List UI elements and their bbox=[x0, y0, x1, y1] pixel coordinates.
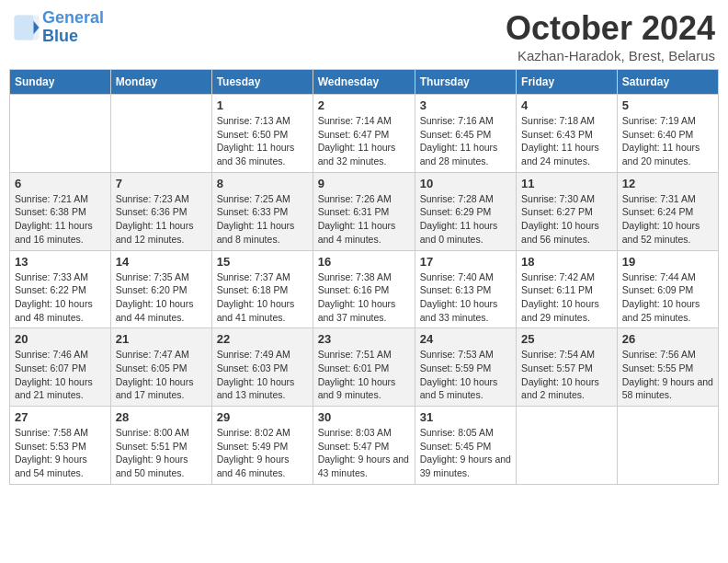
day-info: Sunrise: 7:37 AM Sunset: 6:18 PM Dayligh… bbox=[217, 270, 308, 325]
calendar-cell: 24Sunrise: 7:53 AM Sunset: 5:59 PM Dayli… bbox=[415, 328, 516, 407]
calendar-cell: 21Sunrise: 7:47 AM Sunset: 6:05 PM Dayli… bbox=[110, 328, 211, 407]
day-info: Sunrise: 7:25 AM Sunset: 6:33 PM Dayligh… bbox=[217, 192, 308, 247]
day-info: Sunrise: 7:54 AM Sunset: 5:57 PM Dayligh… bbox=[521, 348, 612, 402]
calendar-cell: 23Sunrise: 7:51 AM Sunset: 6:01 PM Dayli… bbox=[313, 328, 415, 407]
calendar-cell: 12Sunrise: 7:31 AM Sunset: 6:24 PM Dayli… bbox=[617, 172, 718, 250]
day-number: 9 bbox=[318, 177, 410, 190]
day-info: Sunrise: 7:21 AM Sunset: 6:38 PM Dayligh… bbox=[15, 192, 106, 247]
day-number: 27 bbox=[15, 410, 106, 424]
day-info: Sunrise: 7:26 AM Sunset: 6:31 PM Dayligh… bbox=[318, 192, 410, 247]
calendar-cell: 3Sunrise: 7:16 AM Sunset: 6:45 PM Daylig… bbox=[415, 95, 516, 173]
calendar-week-2: 6Sunrise: 7:21 AM Sunset: 6:38 PM Daylig… bbox=[10, 172, 719, 250]
day-number: 5 bbox=[622, 98, 713, 112]
calendar-cell: 22Sunrise: 7:49 AM Sunset: 6:03 PM Dayli… bbox=[211, 328, 313, 407]
day-number: 2 bbox=[318, 98, 410, 112]
page-header: General Blue October 2024 Kazhan-Haradok… bbox=[9, 9, 719, 63]
weekday-header-monday: Monday bbox=[110, 70, 211, 95]
calendar-cell: 16Sunrise: 7:38 AM Sunset: 6:16 PM Dayli… bbox=[313, 250, 415, 328]
day-info: Sunrise: 8:02 AM Sunset: 5:49 PM Dayligh… bbox=[217, 426, 308, 480]
calendar-cell: 27Sunrise: 7:58 AM Sunset: 5:53 PM Dayli… bbox=[10, 407, 111, 485]
day-info: Sunrise: 7:33 AM Sunset: 6:22 PM Dayligh… bbox=[15, 270, 106, 325]
day-number: 23 bbox=[318, 332, 410, 346]
day-info: Sunrise: 7:51 AM Sunset: 6:01 PM Dayligh… bbox=[318, 348, 410, 402]
calendar-cell: 2Sunrise: 7:14 AM Sunset: 6:47 PM Daylig… bbox=[313, 95, 415, 173]
day-info: Sunrise: 7:28 AM Sunset: 6:29 PM Dayligh… bbox=[420, 192, 511, 247]
day-number: 15 bbox=[217, 255, 308, 269]
day-info: Sunrise: 7:14 AM Sunset: 6:47 PM Dayligh… bbox=[318, 114, 410, 168]
logo-text: General Blue bbox=[42, 9, 104, 46]
calendar-cell: 28Sunrise: 8:00 AM Sunset: 5:51 PM Dayli… bbox=[110, 407, 211, 485]
day-info: Sunrise: 7:44 AM Sunset: 6:09 PM Dayligh… bbox=[622, 270, 713, 325]
day-number: 14 bbox=[116, 255, 207, 269]
day-info: Sunrise: 7:40 AM Sunset: 6:13 PM Dayligh… bbox=[420, 270, 511, 325]
svg-rect-2 bbox=[15, 15, 34, 40]
day-info: Sunrise: 8:00 AM Sunset: 5:51 PM Dayligh… bbox=[116, 426, 207, 480]
weekday-header-friday: Friday bbox=[517, 70, 618, 95]
calendar-cell: 19Sunrise: 7:44 AM Sunset: 6:09 PM Dayli… bbox=[617, 250, 718, 328]
day-info: Sunrise: 7:23 AM Sunset: 6:36 PM Dayligh… bbox=[116, 192, 207, 247]
day-number: 8 bbox=[217, 177, 308, 190]
calendar-cell: 17Sunrise: 7:40 AM Sunset: 6:13 PM Dayli… bbox=[415, 250, 516, 328]
day-number: 17 bbox=[420, 255, 511, 269]
day-info: Sunrise: 7:19 AM Sunset: 6:40 PM Dayligh… bbox=[622, 114, 713, 168]
calendar-table: SundayMondayTuesdayWednesdayThursdayFrid… bbox=[9, 69, 719, 485]
weekday-header-saturday: Saturday bbox=[617, 70, 718, 95]
weekday-header-sunday: Sunday bbox=[10, 70, 111, 95]
calendar-cell: 7Sunrise: 7:23 AM Sunset: 6:36 PM Daylig… bbox=[110, 172, 211, 250]
day-info: Sunrise: 7:38 AM Sunset: 6:16 PM Dayligh… bbox=[318, 270, 410, 325]
day-number: 31 bbox=[420, 410, 511, 424]
weekday-header-tuesday: Tuesday bbox=[211, 70, 313, 95]
day-number: 12 bbox=[622, 177, 713, 190]
day-number: 13 bbox=[15, 255, 106, 269]
location-title: Kazhan-Haradok, Brest, Belarus bbox=[506, 48, 715, 63]
day-number: 22 bbox=[217, 332, 308, 346]
day-number: 26 bbox=[622, 332, 713, 346]
calendar-cell: 29Sunrise: 8:02 AM Sunset: 5:49 PM Dayli… bbox=[211, 407, 313, 485]
calendar-cell: 13Sunrise: 7:33 AM Sunset: 6:22 PM Dayli… bbox=[10, 250, 111, 328]
day-info: Sunrise: 7:49 AM Sunset: 6:03 PM Dayligh… bbox=[217, 348, 308, 402]
calendar-week-5: 27Sunrise: 7:58 AM Sunset: 5:53 PM Dayli… bbox=[10, 407, 719, 485]
day-number: 25 bbox=[521, 332, 612, 346]
calendar-cell: 26Sunrise: 7:56 AM Sunset: 5:55 PM Dayli… bbox=[617, 328, 718, 407]
calendar-week-4: 20Sunrise: 7:46 AM Sunset: 6:07 PM Dayli… bbox=[10, 328, 719, 407]
day-info: Sunrise: 7:58 AM Sunset: 5:53 PM Dayligh… bbox=[15, 426, 106, 480]
day-number: 19 bbox=[622, 255, 713, 269]
day-info: Sunrise: 7:31 AM Sunset: 6:24 PM Dayligh… bbox=[622, 192, 713, 247]
day-info: Sunrise: 7:56 AM Sunset: 5:55 PM Dayligh… bbox=[622, 348, 713, 402]
day-info: Sunrise: 7:13 AM Sunset: 6:50 PM Dayligh… bbox=[217, 114, 308, 168]
day-number: 1 bbox=[217, 98, 308, 112]
day-number: 16 bbox=[318, 255, 410, 269]
day-info: Sunrise: 7:30 AM Sunset: 6:27 PM Dayligh… bbox=[521, 192, 612, 247]
day-number: 6 bbox=[15, 177, 106, 190]
day-number: 7 bbox=[116, 177, 207, 190]
calendar-cell: 31Sunrise: 8:05 AM Sunset: 5:45 PM Dayli… bbox=[415, 407, 516, 485]
day-info: Sunrise: 7:53 AM Sunset: 5:59 PM Dayligh… bbox=[420, 348, 511, 402]
calendar-cell: 18Sunrise: 7:42 AM Sunset: 6:11 PM Dayli… bbox=[517, 250, 618, 328]
day-info: Sunrise: 8:05 AM Sunset: 5:45 PM Dayligh… bbox=[420, 426, 511, 480]
calendar-cell bbox=[517, 407, 618, 485]
calendar-cell: 20Sunrise: 7:46 AM Sunset: 6:07 PM Dayli… bbox=[10, 328, 111, 407]
logo-line2: Blue bbox=[42, 27, 78, 45]
day-number: 24 bbox=[420, 332, 511, 346]
calendar-cell: 1Sunrise: 7:13 AM Sunset: 6:50 PM Daylig… bbox=[211, 95, 313, 173]
calendar-cell: 25Sunrise: 7:54 AM Sunset: 5:57 PM Dayli… bbox=[517, 328, 618, 407]
calendar-week-1: 1Sunrise: 7:13 AM Sunset: 6:50 PM Daylig… bbox=[10, 95, 719, 173]
title-block: October 2024 Kazhan-Haradok, Brest, Bela… bbox=[506, 9, 715, 63]
day-number: 11 bbox=[521, 177, 612, 190]
calendar-cell: 14Sunrise: 7:35 AM Sunset: 6:20 PM Dayli… bbox=[110, 250, 211, 328]
calendar-week-3: 13Sunrise: 7:33 AM Sunset: 6:22 PM Dayli… bbox=[10, 250, 719, 328]
day-info: Sunrise: 7:16 AM Sunset: 6:45 PM Dayligh… bbox=[420, 114, 511, 168]
day-number: 29 bbox=[217, 410, 308, 424]
calendar-cell bbox=[617, 407, 718, 485]
weekday-header-wednesday: Wednesday bbox=[313, 70, 415, 95]
day-number: 28 bbox=[116, 410, 207, 424]
day-info: Sunrise: 7:47 AM Sunset: 6:05 PM Dayligh… bbox=[116, 348, 207, 402]
day-number: 21 bbox=[116, 332, 207, 346]
calendar-cell bbox=[10, 95, 111, 173]
calendar-cell: 8Sunrise: 7:25 AM Sunset: 6:33 PM Daylig… bbox=[211, 172, 313, 250]
logo-line1: General bbox=[42, 8, 104, 27]
day-number: 3 bbox=[420, 98, 511, 112]
day-number: 4 bbox=[521, 98, 612, 112]
day-number: 18 bbox=[521, 255, 612, 269]
day-info: Sunrise: 7:18 AM Sunset: 6:43 PM Dayligh… bbox=[521, 114, 612, 168]
